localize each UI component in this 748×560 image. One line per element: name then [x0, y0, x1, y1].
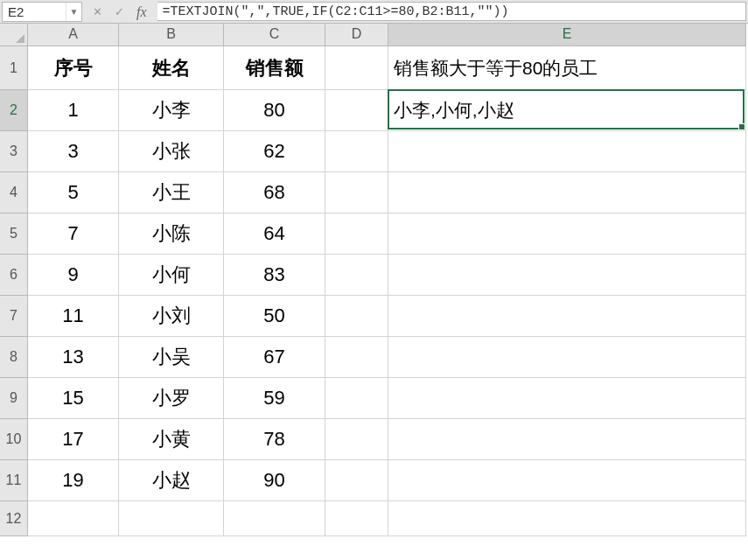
- column-header-D[interactable]: D: [325, 24, 388, 46]
- cell-C8[interactable]: 67: [224, 337, 325, 378]
- cell-A10[interactable]: 17: [28, 419, 119, 460]
- cell-E7[interactable]: [388, 296, 746, 337]
- formula-input[interactable]: =TEXTJOIN(",",TRUE,IF(C2:C11>=80,B2:B11,…: [157, 2, 746, 21]
- row-header-1[interactable]: 1: [0, 46, 28, 90]
- cell-D2[interactable]: [325, 90, 388, 131]
- cell-D3[interactable]: [325, 131, 388, 172]
- cell-A5[interactable]: 7: [28, 214, 119, 255]
- cell-C1[interactable]: 销售额: [224, 46, 325, 90]
- confirm-icon[interactable]: ✓: [115, 2, 124, 22]
- row-header-8[interactable]: 8: [0, 337, 28, 378]
- cell-B8[interactable]: 小吴: [119, 337, 224, 378]
- cell-E1[interactable]: 销售额大于等于80的员工: [388, 46, 746, 90]
- cell-B6[interactable]: 小何: [119, 255, 224, 296]
- row-headers: 123456789101112: [0, 46, 28, 536]
- formula-bar-buttons: ✕ ✓ fx: [82, 0, 157, 23]
- row-header-10[interactable]: 10: [0, 419, 28, 460]
- cell-D10[interactable]: [325, 419, 388, 460]
- cell-C10[interactable]: 78: [224, 419, 325, 460]
- cell-C5[interactable]: 64: [224, 214, 325, 255]
- formula-bar: E2 ▼ ✕ ✓ fx =TEXTJOIN(",",TRUE,IF(C2:C11…: [0, 0, 748, 24]
- fx-icon[interactable]: fx: [136, 2, 147, 22]
- cell-C7[interactable]: 50: [224, 296, 325, 337]
- cell-B5[interactable]: 小陈: [119, 214, 224, 255]
- cell-D6[interactable]: [325, 255, 388, 296]
- cell-C11[interactable]: 90: [224, 460, 325, 501]
- cell-A12[interactable]: [28, 501, 119, 536]
- cell-C3[interactable]: 62: [224, 131, 325, 172]
- cell-A6[interactable]: 9: [28, 255, 119, 296]
- column-header-C[interactable]: C: [224, 24, 325, 46]
- cell-A2[interactable]: 1: [28, 90, 119, 131]
- cell-D1[interactable]: [325, 46, 388, 90]
- name-box-wrap[interactable]: E2 ▼: [2, 2, 82, 22]
- column-header-B[interactable]: B: [119, 24, 224, 46]
- row-header-9[interactable]: 9: [0, 378, 28, 419]
- cell-E5[interactable]: [388, 214, 746, 255]
- cell-E9[interactable]: [388, 378, 746, 419]
- cell-A9[interactable]: 15: [28, 378, 119, 419]
- cell-D8[interactable]: [325, 337, 388, 378]
- column-headers: ABCDE: [28, 24, 746, 46]
- name-box[interactable]: E2: [3, 3, 66, 21]
- cell-D7[interactable]: [325, 296, 388, 337]
- cell-B11[interactable]: 小赵: [119, 460, 224, 501]
- cell-B10[interactable]: 小黄: [119, 419, 224, 460]
- cell-D5[interactable]: [325, 214, 388, 255]
- cell-D4[interactable]: [325, 172, 388, 214]
- row-header-4[interactable]: 4: [0, 172, 28, 214]
- cell-A4[interactable]: 5: [28, 172, 119, 214]
- row-header-12[interactable]: 12: [0, 501, 28, 536]
- row-header-11[interactable]: 11: [0, 460, 28, 501]
- cell-B12[interactable]: [119, 501, 224, 536]
- cancel-icon[interactable]: ✕: [93, 2, 102, 22]
- row-header-2[interactable]: 2: [0, 90, 28, 131]
- cell-C9[interactable]: 59: [224, 378, 325, 419]
- cell-C4[interactable]: 68: [224, 172, 325, 214]
- row-header-5[interactable]: 5: [0, 214, 28, 255]
- cells-area[interactable]: 序号姓名销售额销售额大于等于80的员工1小李80小李,小何,小赵3小张625小王…: [28, 46, 746, 536]
- row-header-3[interactable]: 3: [0, 131, 28, 172]
- cell-E8[interactable]: [388, 337, 746, 378]
- cell-A7[interactable]: 11: [28, 296, 119, 337]
- cell-E4[interactable]: [388, 172, 746, 214]
- cell-C6[interactable]: 83: [224, 255, 325, 296]
- cell-C12[interactable]: [224, 501, 325, 536]
- column-header-E[interactable]: E: [388, 24, 746, 46]
- cell-B2[interactable]: 小李: [119, 90, 224, 131]
- cell-D11[interactable]: [325, 460, 388, 501]
- cell-B3[interactable]: 小张: [119, 131, 224, 172]
- cell-B7[interactable]: 小刘: [119, 296, 224, 337]
- cell-A11[interactable]: 19: [28, 460, 119, 501]
- cell-B9[interactable]: 小罗: [119, 378, 224, 419]
- cell-E11[interactable]: [388, 460, 746, 501]
- cell-A8[interactable]: 13: [28, 337, 119, 378]
- name-box-dropdown-icon[interactable]: ▼: [66, 3, 81, 21]
- cell-E10[interactable]: [388, 419, 746, 460]
- cell-E12[interactable]: [388, 501, 746, 536]
- cell-B4[interactable]: 小王: [119, 172, 224, 214]
- cell-D9[interactable]: [325, 378, 388, 419]
- select-all-corner[interactable]: [0, 24, 28, 46]
- cell-C2[interactable]: 80: [224, 90, 325, 131]
- cell-B1[interactable]: 姓名: [119, 46, 224, 90]
- column-header-A[interactable]: A: [28, 24, 119, 46]
- cell-A3[interactable]: 3: [28, 131, 119, 172]
- cell-A1[interactable]: 序号: [28, 46, 119, 90]
- row-header-6[interactable]: 6: [0, 255, 28, 296]
- cell-E2[interactable]: 小李,小何,小赵: [388, 90, 746, 131]
- cell-E3[interactable]: [388, 131, 746, 172]
- cell-E6[interactable]: [388, 255, 746, 296]
- row-header-7[interactable]: 7: [0, 296, 28, 337]
- cell-D12[interactable]: [325, 501, 388, 536]
